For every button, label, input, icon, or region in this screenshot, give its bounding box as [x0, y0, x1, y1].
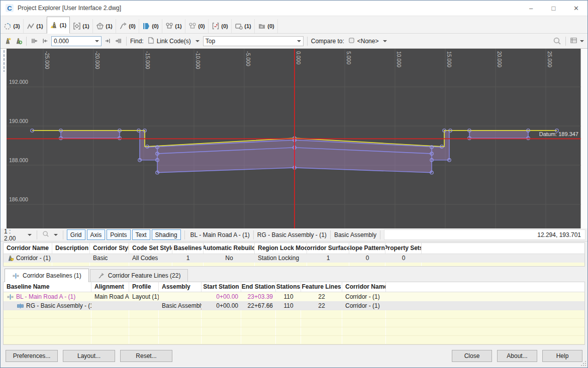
breadcrumb-item[interactable]: RG - Basic Assembly - (1) [255, 231, 329, 238]
section-view-toolbar: 1 : 2.00 GridAxisPointsTextShading BL - … [1, 228, 587, 241]
sample-line-icon [142, 22, 150, 30]
search-button[interactable] [552, 36, 562, 46]
link-codes-dropdown[interactable]: Link Code(s) [146, 36, 201, 47]
tool-tab-points-dashed[interactable]: (3) [1, 19, 24, 33]
toggle-text[interactable]: Text [132, 229, 150, 240]
tool-tab-surface[interactable]: (1) [93, 19, 116, 33]
chevron-down-icon [580, 40, 584, 42]
cell-text: Main Road A [94, 292, 129, 301]
section-view-canvas[interactable]: -25.000-20.000-15.000-10.000-5.0000.0005… [1, 49, 587, 228]
column-layout-button[interactable] [569, 36, 584, 46]
tab-count: (0) [221, 23, 228, 29]
rebuild-corridor-button[interactable] [14, 37, 23, 45]
tool-tab-catalog[interactable]: (0) [255, 19, 278, 33]
toggle-grid[interactable]: Grid [67, 229, 85, 240]
column-header[interactable]: Profile [129, 282, 159, 292]
column-header[interactable]: Alignment [91, 282, 129, 292]
corridor-rebuild-icon [15, 37, 22, 45]
datum-label: Datum: 189.347 [539, 131, 578, 137]
zoom-dropdown[interactable] [41, 229, 59, 240]
column-header[interactable]: Feature Lines [301, 282, 342, 292]
tool-tab-corridor[interactable]: (1) [47, 17, 70, 34]
station-last-button[interactable] [114, 37, 123, 45]
tool-tab-section-view[interactable]: (0) [209, 19, 232, 33]
station-next-button[interactable] [104, 37, 112, 45]
compare-to-dropdown[interactable]: <None> [346, 36, 389, 47]
column-header[interactable]: Code Set Style [129, 243, 172, 254]
column-header[interactable]: Corridor Name [4, 243, 52, 254]
about-button[interactable]: About... [497, 350, 537, 362]
preferences-button[interactable]: Preferences... [6, 350, 58, 362]
column-header[interactable]: Baseline Name [4, 282, 91, 292]
column-header[interactable]: Region Lock Mode [255, 243, 307, 254]
dialog-footer: Preferences...Layout...Reset... CloseAbo… [1, 344, 587, 367]
breadcrumb-item[interactable]: BL - Main Road A - (1) [188, 231, 252, 238]
section-view-icon [212, 22, 220, 30]
column-header[interactable]: End Station [241, 282, 276, 292]
corridor-toolbar: 0.000 Find: Link Code(s) Top Compare to:… [1, 34, 587, 49]
station-previous-button[interactable] [41, 37, 49, 45]
table-row[interactable]: Corridor - (1)BasicAll Codes1NoStation L… [4, 254, 584, 263]
cell-text: 1 [186, 254, 190, 263]
station-combobox[interactable]: 0.000 [51, 36, 102, 46]
layout-button[interactable]: Layout... [63, 350, 115, 362]
column-header[interactable]: Corridor Name [342, 282, 386, 292]
column-header[interactable]: Property Sets [385, 243, 422, 254]
find-label: Find: [130, 38, 144, 45]
cell-text: 110 [283, 301, 293, 310]
tool-tab-view-frame[interactable]: (1) [232, 19, 255, 33]
close-window-button[interactable]: ✕ [565, 1, 587, 16]
cell-text: Basic [93, 254, 108, 263]
cursor-coordinates: 12.294, 193.701 [384, 229, 585, 240]
x-tick-label: 0.000 [296, 51, 302, 64]
chevron-down-icon [383, 40, 387, 42]
column-header[interactable]: Stations [276, 282, 301, 292]
cell-text: 23+03.39 [248, 292, 273, 301]
new-corridor-button[interactable] [4, 37, 12, 45]
help-button[interactable]: Help [542, 350, 582, 362]
baseline-icon [7, 293, 14, 301]
minimize-button[interactable]: – [520, 1, 542, 16]
column-header[interactable]: Description [52, 243, 90, 254]
tool-tab-pressure-network[interactable]: (0) [185, 19, 209, 33]
close-button[interactable]: Close [452, 350, 492, 362]
tab-count: (1) [60, 22, 66, 28]
toggle-axis[interactable]: Axis [87, 229, 106, 240]
reset-button[interactable]: Reset... [120, 350, 172, 362]
code-filter-combobox[interactable]: Top [203, 36, 304, 46]
tool-tab-sample-line[interactable]: (0) [139, 19, 162, 33]
chevron-down-icon [28, 234, 32, 236]
empty-row [4, 327, 584, 336]
magnifier-icon [42, 230, 49, 239]
columns-icon [570, 37, 577, 46]
column-header[interactable]: Automatic Rebuild [204, 243, 255, 254]
title-bar: C Project Explorer [User Interface 2.dwg… [1, 1, 587, 16]
toggle-points[interactable]: Points [107, 229, 130, 240]
tab-corridor-baselines-1-[interactable]: Corridor Baselines (1) [5, 269, 89, 282]
tab-corridor-feature-lines-22-[interactable]: Corridor Feature Lines (22) [90, 269, 188, 282]
column-header[interactable]: Baselines [172, 243, 204, 254]
tool-tab-intersection[interactable]: (1) [70, 19, 93, 33]
catalog-icon [258, 22, 266, 30]
tool-tab-alignment[interactable]: (1) [24, 19, 47, 33]
scale-dropdown[interactable]: 1 : 2.00 [3, 227, 33, 243]
cell-text: 0 [402, 254, 406, 263]
column-header[interactable]: Corridor Surfaces [307, 243, 349, 254]
column-header[interactable]: Slope Patterns [349, 243, 385, 254]
feature-curve-icon [97, 272, 105, 280]
table-row[interactable]: BL - Main Road A - (1)Main Road ALayout … [4, 292, 584, 301]
column-header[interactable]: Corridor Style [90, 243, 129, 254]
object-tab-strip: (3)(1)(1)(1)(1)(0)(0)(1)(0)(0)(1)(0) [1, 16, 587, 34]
maximize-button[interactable]: □ [542, 1, 565, 16]
project-explorer-window: C Project Explorer [User Interface 2.dwg… [0, 0, 588, 368]
tool-tab-pipe-network[interactable]: (1) [162, 19, 185, 33]
y-tick-label: 186.000 [9, 196, 28, 202]
table-row[interactable]: RG - Basic Assembly - (1)Basic Assembly0… [4, 301, 584, 310]
tool-tab-feature-line[interactable]: (0) [116, 19, 139, 33]
breadcrumb-item[interactable]: Basic Assembly [332, 231, 378, 238]
column-header[interactable]: Start Station [202, 282, 241, 292]
resize-grip[interactable] [580, 360, 586, 366]
station-first-button[interactable] [30, 37, 39, 45]
column-header[interactable]: Assembly [159, 282, 202, 292]
toggle-shading[interactable]: Shading [152, 229, 181, 240]
